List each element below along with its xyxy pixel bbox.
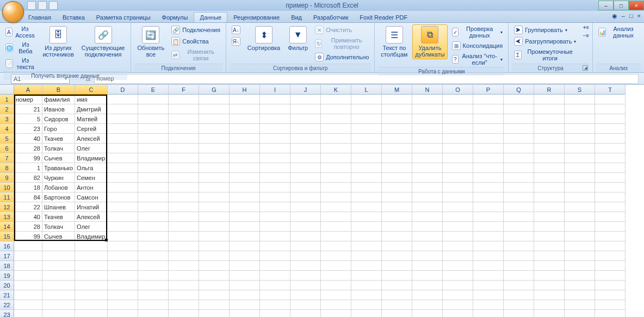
cell[interactable] xyxy=(260,222,290,232)
cell[interactable] xyxy=(260,144,290,153)
cell[interactable] xyxy=(412,222,443,232)
cell[interactable] xyxy=(504,251,534,261)
cell[interactable] xyxy=(290,241,321,251)
cell[interactable] xyxy=(14,261,42,271)
cell[interactable] xyxy=(565,173,595,183)
cell[interactable] xyxy=(14,310,42,317)
cell[interactable] xyxy=(565,163,595,173)
cell[interactable]: Горо xyxy=(42,124,75,134)
cell[interactable] xyxy=(321,300,351,310)
cell[interactable] xyxy=(138,95,169,104)
cell[interactable] xyxy=(504,183,534,192)
hide-detail-icon[interactable]: −≡ xyxy=(583,33,589,39)
cell[interactable] xyxy=(230,310,260,317)
cell[interactable] xyxy=(504,300,534,310)
cell[interactable]: Ольга xyxy=(75,163,108,173)
column-header[interactable]: C xyxy=(75,85,108,95)
cell[interactable] xyxy=(169,251,199,261)
cell[interactable] xyxy=(321,251,351,261)
cell[interactable] xyxy=(473,290,504,300)
cell[interactable] xyxy=(169,232,199,241)
ungroup-button[interactable]: ⮜Разгруппировать▾ xyxy=(512,36,578,47)
cell[interactable] xyxy=(108,95,138,104)
column-header[interactable]: M xyxy=(382,85,412,95)
cell[interactable] xyxy=(169,212,199,222)
cell[interactable] xyxy=(565,281,595,290)
cell[interactable] xyxy=(108,281,138,290)
cell[interactable] xyxy=(290,173,321,183)
cell[interactable] xyxy=(321,192,351,202)
cell[interactable] xyxy=(382,104,412,114)
cell[interactable] xyxy=(595,271,626,281)
cell[interactable] xyxy=(75,261,108,271)
cell[interactable] xyxy=(138,163,169,173)
qat-save-icon[interactable] xyxy=(27,1,36,10)
cell[interactable] xyxy=(351,104,382,114)
cell[interactable] xyxy=(565,192,595,202)
cell[interactable] xyxy=(199,192,230,202)
cell[interactable] xyxy=(565,153,595,163)
cell[interactable] xyxy=(321,290,351,300)
cell[interactable] xyxy=(473,192,504,202)
row-header[interactable]: 2 xyxy=(0,104,14,114)
cell[interactable] xyxy=(351,163,382,173)
cell[interactable] xyxy=(473,300,504,310)
cell[interactable] xyxy=(351,212,382,222)
cell[interactable] xyxy=(199,104,230,114)
edit-links-button[interactable]: ⇄Изменить связи xyxy=(169,47,222,63)
cell[interactable] xyxy=(412,212,443,222)
cell[interactable] xyxy=(595,144,626,153)
cell[interactable] xyxy=(199,290,230,300)
cell[interactable]: Толкач xyxy=(42,222,75,232)
cell[interactable] xyxy=(321,271,351,281)
cell[interactable] xyxy=(290,290,321,300)
cell[interactable] xyxy=(351,241,382,251)
column-header[interactable]: A xyxy=(14,85,42,95)
cell[interactable] xyxy=(504,281,534,290)
cell[interactable] xyxy=(473,222,504,232)
sort-button[interactable]: ⬍Сортировка xyxy=(245,24,283,53)
cell[interactable]: 18 xyxy=(14,183,42,192)
cell[interactable] xyxy=(230,261,260,271)
cell[interactable] xyxy=(321,281,351,290)
ribbon-tab-разработчик[interactable]: Разработчик xyxy=(308,13,354,22)
cell[interactable] xyxy=(595,251,626,261)
cell[interactable] xyxy=(108,183,138,192)
ribbon-tab-рецензирование[interactable]: Рецензирование xyxy=(228,13,285,22)
cell[interactable] xyxy=(443,202,473,212)
cell[interactable] xyxy=(473,202,504,212)
cell[interactable] xyxy=(169,183,199,192)
cell[interactable] xyxy=(290,212,321,222)
cell[interactable] xyxy=(260,300,290,310)
cell[interactable] xyxy=(108,173,138,183)
cell[interactable] xyxy=(290,261,321,271)
cell[interactable] xyxy=(199,95,230,104)
cell[interactable] xyxy=(169,300,199,310)
cell[interactable] xyxy=(595,310,626,317)
cell[interactable] xyxy=(199,183,230,192)
properties-button[interactable]: 📋Свойства xyxy=(169,36,222,47)
cell[interactable]: Бартонов xyxy=(42,192,75,202)
cell[interactable] xyxy=(290,124,321,134)
cell[interactable] xyxy=(138,232,169,241)
cell[interactable]: Игнатий xyxy=(75,202,108,212)
cell[interactable]: Сергей xyxy=(75,124,108,134)
cell[interactable] xyxy=(565,95,595,104)
row-header[interactable]: 23 xyxy=(0,310,14,317)
consolidate-button[interactable]: ⊞Консолидация xyxy=(450,40,505,51)
cell[interactable] xyxy=(169,114,199,124)
cell[interactable] xyxy=(382,310,412,317)
cell[interactable] xyxy=(138,271,169,281)
cell[interactable] xyxy=(595,183,626,192)
cell[interactable] xyxy=(169,153,199,163)
cell[interactable] xyxy=(534,153,565,163)
cell[interactable] xyxy=(473,310,504,317)
cell[interactable] xyxy=(534,310,565,317)
cell[interactable] xyxy=(230,222,260,232)
cell[interactable] xyxy=(382,192,412,202)
cell[interactable] xyxy=(473,271,504,281)
cell[interactable] xyxy=(565,104,595,114)
cell[interactable] xyxy=(412,241,443,251)
cell[interactable] xyxy=(169,144,199,153)
cell[interactable] xyxy=(230,163,260,173)
